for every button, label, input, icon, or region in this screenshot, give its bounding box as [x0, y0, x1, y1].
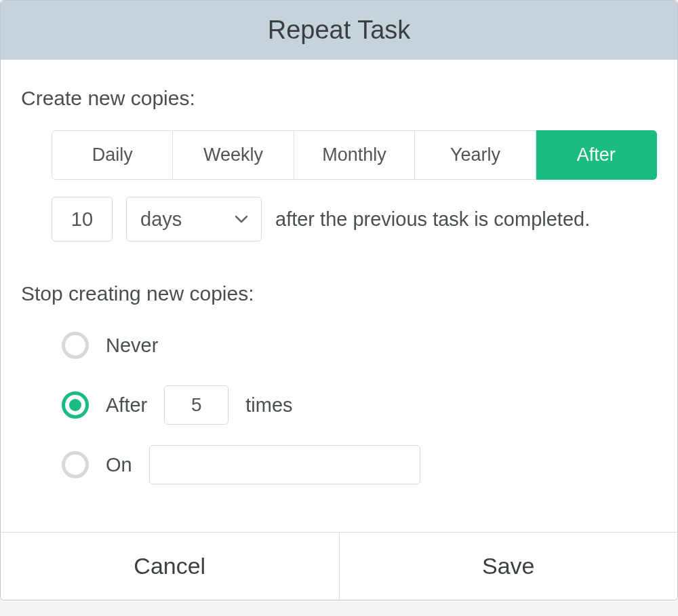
- interval-value-input[interactable]: [52, 197, 113, 242]
- radio-row-after: After times: [62, 385, 657, 425]
- tab-after[interactable]: After: [536, 130, 657, 180]
- after-description-text: after the previous task is completed.: [275, 208, 590, 231]
- tab-monthly[interactable]: Monthly: [294, 130, 415, 180]
- tab-weekly[interactable]: Weekly: [173, 130, 294, 180]
- radio-row-on: On: [62, 445, 657, 484]
- interval-row: days after the previous task is complete…: [52, 197, 657, 242]
- create-copies-label: Create new copies:: [21, 87, 657, 110]
- dialog-body: Create new copies: Daily Weekly Monthly …: [1, 60, 677, 532]
- cancel-button[interactable]: Cancel: [1, 533, 339, 600]
- radio-on-label: On: [106, 454, 132, 476]
- interval-unit-select[interactable]: days: [126, 197, 262, 242]
- repeat-task-dialog: Repeat Task Create new copies: Daily Wee…: [0, 0, 678, 600]
- save-button[interactable]: Save: [339, 533, 678, 600]
- radio-never-label: Never: [106, 334, 158, 357]
- on-date-input[interactable]: [149, 445, 420, 484]
- stop-section: Stop creating new copies: Never After ti…: [21, 282, 657, 484]
- chevron-down-icon: [235, 213, 247, 225]
- tab-daily[interactable]: Daily: [52, 130, 173, 180]
- interval-unit-value: days: [140, 208, 235, 231]
- stop-copies-label: Stop creating new copies:: [21, 282, 657, 305]
- after-times-input[interactable]: [164, 385, 228, 425]
- dialog-title: Repeat Task: [1, 16, 677, 45]
- frequency-tabs: Daily Weekly Monthly Yearly After: [52, 130, 657, 180]
- radio-never[interactable]: [62, 332, 89, 359]
- radio-after[interactable]: [62, 391, 89, 419]
- radio-on[interactable]: [62, 451, 89, 478]
- stop-radio-list: Never After times On: [62, 326, 657, 484]
- radio-after-label-prefix: After: [106, 394, 147, 417]
- dialog-footer: Cancel Save: [1, 532, 677, 600]
- radio-after-label-suffix: times: [245, 394, 292, 417]
- tab-yearly[interactable]: Yearly: [415, 130, 536, 180]
- radio-row-never: Never: [62, 326, 657, 365]
- dialog-header: Repeat Task: [1, 1, 677, 60]
